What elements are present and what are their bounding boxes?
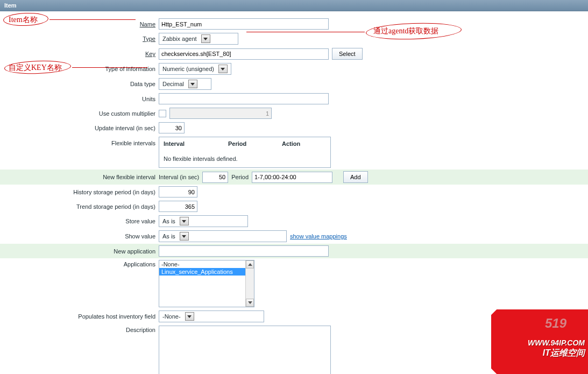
- description-textarea[interactable]: [159, 326, 331, 374]
- history-input[interactable]: [159, 186, 197, 197]
- units-input[interactable]: [159, 93, 329, 104]
- new-flex-interval-label: Interval (in sec): [159, 174, 199, 180]
- watermark-url: WWW.94IP.COM: [528, 338, 585, 347]
- update-interval-input[interactable]: [159, 122, 185, 133]
- new-flex-interval-input[interactable]: [202, 172, 228, 183]
- watermark: 519 WWW.94IP.COM IT运维空间: [491, 309, 588, 374]
- label-units: Units: [0, 96, 159, 102]
- name-input[interactable]: [159, 18, 329, 30]
- label-new-application: New application: [0, 248, 159, 255]
- row-data-type: Data type Decimal: [0, 76, 588, 91]
- data-type-value: Decimal: [162, 81, 184, 87]
- anno-line-name: [49, 19, 136, 20]
- row-trend: Trend storage period (in days): [0, 199, 588, 214]
- row-key: Key Select: [0, 46, 588, 61]
- label-multiplier: Use custom multiplier: [0, 110, 159, 117]
- data-type-select[interactable]: Decimal: [159, 78, 211, 90]
- select-key-button[interactable]: Select: [332, 48, 363, 60]
- dropdown-arrow-icon: [201, 34, 210, 43]
- show-value-select[interactable]: As is: [159, 230, 287, 242]
- type-of-info-value: Numeric (unsigned): [162, 66, 214, 72]
- flex-table-header: Interval Period Action: [159, 137, 330, 150]
- label-update-interval: Update interval (in sec): [0, 125, 159, 131]
- scroll-up-icon[interactable]: [246, 260, 254, 269]
- row-flexible-intervals: Flexible intervals Interval Period Actio…: [0, 135, 588, 170]
- row-new-flex-interval: New flexible interval Interval (in sec) …: [0, 170, 588, 185]
- type-select-value: Zabbix agent: [162, 36, 197, 42]
- row-type: Type Zabbix agent: [0, 31, 588, 46]
- trend-input[interactable]: [159, 201, 197, 212]
- label-flexible-intervals: Flexible intervals: [0, 137, 159, 146]
- flex-col-period: Period: [228, 140, 282, 147]
- multiplier-input: [169, 108, 272, 119]
- populates-inventory-select[interactable]: -None-: [159, 311, 264, 322]
- row-units: Units: [0, 91, 588, 106]
- flex-table-empty: No flexible intervals defined.: [159, 150, 330, 167]
- label-history: History storage period (in days): [0, 189, 159, 195]
- label-show-value: Show value: [0, 233, 159, 239]
- page-title-bar: Item: [0, 0, 588, 11]
- row-update-interval: Update interval (in sec): [0, 121, 588, 135]
- dropdown-arrow-icon: [180, 217, 189, 225]
- new-application-input[interactable]: [159, 245, 329, 257]
- multiplier-checkbox[interactable]: [159, 110, 166, 117]
- anno-line-key: [72, 67, 147, 68]
- row-new-application: New application: [0, 244, 588, 258]
- add-flex-interval-button[interactable]: Add: [343, 171, 368, 183]
- applications-option-none[interactable]: -None-: [159, 260, 254, 268]
- flex-col-action: Action: [282, 140, 326, 147]
- label-data-type: Data type: [0, 81, 159, 87]
- type-select[interactable]: Zabbix agent: [159, 33, 238, 45]
- row-history: History storage period (in days): [0, 185, 588, 199]
- row-multiplier: Use custom multiplier: [0, 106, 588, 121]
- type-of-info-select[interactable]: Numeric (unsigned): [159, 63, 231, 75]
- store-value-value: As is: [162, 218, 175, 224]
- store-value-select[interactable]: As is: [159, 215, 248, 227]
- row-store-value: Store value As is: [0, 214, 588, 229]
- label-applications: Applications: [0, 260, 159, 267]
- applications-option-linux[interactable]: Linux_service_Applications: [159, 268, 254, 276]
- applications-multiselect[interactable]: -None- Linux_service_Applications: [159, 260, 254, 307]
- label-populates-inventory: Populates host inventory field: [0, 313, 159, 320]
- page-title: Item: [4, 2, 17, 9]
- label-description: Description: [0, 326, 159, 333]
- row-show-value: Show value As is show value mappings: [0, 229, 588, 244]
- label-new-flex-interval: New flexible interval: [0, 174, 159, 180]
- row-type-of-info: Type of information Numeric (unsigned): [0, 61, 588, 76]
- dropdown-arrow-icon: [218, 65, 228, 73]
- label-store-value: Store value: [0, 218, 159, 224]
- show-value-value: As is: [162, 233, 175, 239]
- new-flex-period-input[interactable]: [252, 172, 332, 183]
- row-applications: Applications -None- Linux_service_Applic…: [0, 258, 588, 309]
- watermark-brand: IT运维空间: [543, 348, 585, 359]
- dropdown-arrow-icon: [180, 232, 189, 241]
- multiselect-scrollbar[interactable]: [245, 260, 254, 307]
- new-flex-period-label: Period: [231, 174, 249, 180]
- flex-col-interval: Interval: [164, 140, 228, 147]
- label-key: Key: [0, 51, 159, 57]
- dropdown-arrow-icon: [185, 312, 194, 321]
- show-value-mappings-link[interactable]: show value mappings: [290, 233, 347, 239]
- scroll-down-icon[interactable]: [246, 299, 254, 307]
- watermark-ghost: 519: [545, 316, 566, 331]
- key-input[interactable]: [159, 48, 329, 60]
- dropdown-arrow-icon: [188, 80, 197, 88]
- flexible-intervals-table: Interval Period Action No flexible inter…: [159, 137, 331, 168]
- anno-line-type: [246, 32, 365, 32]
- label-type: Type: [0, 36, 159, 42]
- populates-inventory-value: -None-: [162, 313, 181, 320]
- label-trend: Trend storage period (in days): [0, 203, 159, 210]
